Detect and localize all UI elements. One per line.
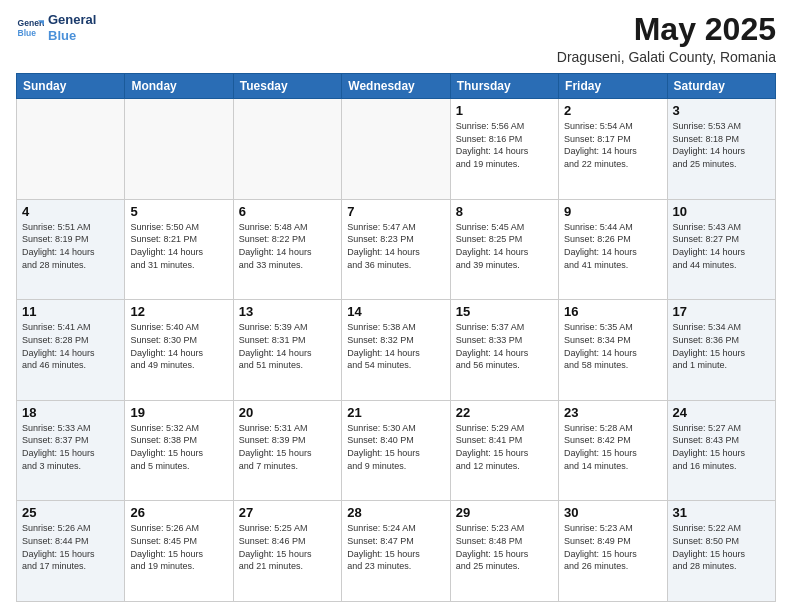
day-info-5: Sunrise: 5:50 AM Sunset: 8:21 PM Dayligh… [130,221,227,271]
day-number-29: 29 [456,505,553,520]
header-monday: Monday [125,74,233,99]
calendar-cell-w4-d0: 18Sunrise: 5:33 AM Sunset: 8:37 PM Dayli… [17,400,125,501]
day-info-8: Sunrise: 5:45 AM Sunset: 8:25 PM Dayligh… [456,221,553,271]
calendar-cell-w1-d3 [342,99,450,200]
day-number-25: 25 [22,505,119,520]
calendar-week-5: 25Sunrise: 5:26 AM Sunset: 8:44 PM Dayli… [17,501,776,602]
header-wednesday: Wednesday [342,74,450,99]
day-info-9: Sunrise: 5:44 AM Sunset: 8:26 PM Dayligh… [564,221,661,271]
calendar-cell-w2-d5: 9Sunrise: 5:44 AM Sunset: 8:26 PM Daylig… [559,199,667,300]
day-info-30: Sunrise: 5:23 AM Sunset: 8:49 PM Dayligh… [564,522,661,572]
day-number-18: 18 [22,405,119,420]
day-info-28: Sunrise: 5:24 AM Sunset: 8:47 PM Dayligh… [347,522,444,572]
day-number-13: 13 [239,304,336,319]
svg-text:Blue: Blue [18,27,37,37]
day-info-10: Sunrise: 5:43 AM Sunset: 8:27 PM Dayligh… [673,221,770,271]
header-tuesday: Tuesday [233,74,341,99]
calendar-cell-w3-d4: 15Sunrise: 5:37 AM Sunset: 8:33 PM Dayli… [450,300,558,401]
calendar-cell-w1-d4: 1Sunrise: 5:56 AM Sunset: 8:16 PM Daylig… [450,99,558,200]
calendar-cell-w2-d4: 8Sunrise: 5:45 AM Sunset: 8:25 PM Daylig… [450,199,558,300]
logo: General Blue General Blue [16,12,96,43]
day-info-31: Sunrise: 5:22 AM Sunset: 8:50 PM Dayligh… [673,522,770,572]
day-number-26: 26 [130,505,227,520]
day-info-4: Sunrise: 5:51 AM Sunset: 8:19 PM Dayligh… [22,221,119,271]
day-info-2: Sunrise: 5:54 AM Sunset: 8:17 PM Dayligh… [564,120,661,170]
calendar-cell-w4-d4: 22Sunrise: 5:29 AM Sunset: 8:41 PM Dayli… [450,400,558,501]
location: Draguseni, Galati County, Romania [557,49,776,65]
day-info-11: Sunrise: 5:41 AM Sunset: 8:28 PM Dayligh… [22,321,119,371]
calendar-cell-w3-d3: 14Sunrise: 5:38 AM Sunset: 8:32 PM Dayli… [342,300,450,401]
day-number-6: 6 [239,204,336,219]
calendar-table: Sunday Monday Tuesday Wednesday Thursday… [16,73,776,602]
day-info-25: Sunrise: 5:26 AM Sunset: 8:44 PM Dayligh… [22,522,119,572]
calendar-cell-w1-d6: 3Sunrise: 5:53 AM Sunset: 8:18 PM Daylig… [667,99,775,200]
calendar-week-1: 1Sunrise: 5:56 AM Sunset: 8:16 PM Daylig… [17,99,776,200]
header-sunday: Sunday [17,74,125,99]
header: General Blue General Blue May 2025 Dragu… [16,12,776,65]
calendar-cell-w5-d2: 27Sunrise: 5:25 AM Sunset: 8:46 PM Dayli… [233,501,341,602]
calendar-cell-w4-d5: 23Sunrise: 5:28 AM Sunset: 8:42 PM Dayli… [559,400,667,501]
day-number-22: 22 [456,405,553,420]
day-info-7: Sunrise: 5:47 AM Sunset: 8:23 PM Dayligh… [347,221,444,271]
day-info-24: Sunrise: 5:27 AM Sunset: 8:43 PM Dayligh… [673,422,770,472]
title-area: May 2025 Draguseni, Galati County, Roman… [557,12,776,65]
day-number-27: 27 [239,505,336,520]
day-info-29: Sunrise: 5:23 AM Sunset: 8:48 PM Dayligh… [456,522,553,572]
day-number-8: 8 [456,204,553,219]
calendar-cell-w3-d1: 12Sunrise: 5:40 AM Sunset: 8:30 PM Dayli… [125,300,233,401]
header-thursday: Thursday [450,74,558,99]
calendar-cell-w4-d6: 24Sunrise: 5:27 AM Sunset: 8:43 PM Dayli… [667,400,775,501]
day-number-23: 23 [564,405,661,420]
header-saturday: Saturday [667,74,775,99]
day-info-14: Sunrise: 5:38 AM Sunset: 8:32 PM Dayligh… [347,321,444,371]
calendar-cell-w2-d6: 10Sunrise: 5:43 AM Sunset: 8:27 PM Dayli… [667,199,775,300]
day-number-17: 17 [673,304,770,319]
day-info-6: Sunrise: 5:48 AM Sunset: 8:22 PM Dayligh… [239,221,336,271]
day-info-15: Sunrise: 5:37 AM Sunset: 8:33 PM Dayligh… [456,321,553,371]
day-info-27: Sunrise: 5:25 AM Sunset: 8:46 PM Dayligh… [239,522,336,572]
day-number-16: 16 [564,304,661,319]
day-number-9: 9 [564,204,661,219]
day-number-31: 31 [673,505,770,520]
calendar-cell-w2-d2: 6Sunrise: 5:48 AM Sunset: 8:22 PM Daylig… [233,199,341,300]
day-info-13: Sunrise: 5:39 AM Sunset: 8:31 PM Dayligh… [239,321,336,371]
calendar-cell-w4-d2: 20Sunrise: 5:31 AM Sunset: 8:39 PM Dayli… [233,400,341,501]
day-info-17: Sunrise: 5:34 AM Sunset: 8:36 PM Dayligh… [673,321,770,371]
day-number-21: 21 [347,405,444,420]
day-number-24: 24 [673,405,770,420]
day-number-15: 15 [456,304,553,319]
month-title: May 2025 [557,12,776,47]
day-info-20: Sunrise: 5:31 AM Sunset: 8:39 PM Dayligh… [239,422,336,472]
calendar-week-4: 18Sunrise: 5:33 AM Sunset: 8:37 PM Dayli… [17,400,776,501]
calendar-cell-w2-d0: 4Sunrise: 5:51 AM Sunset: 8:19 PM Daylig… [17,199,125,300]
calendar-header-row: Sunday Monday Tuesday Wednesday Thursday… [17,74,776,99]
calendar-cell-w5-d1: 26Sunrise: 5:26 AM Sunset: 8:45 PM Dayli… [125,501,233,602]
calendar-week-2: 4Sunrise: 5:51 AM Sunset: 8:19 PM Daylig… [17,199,776,300]
day-info-16: Sunrise: 5:35 AM Sunset: 8:34 PM Dayligh… [564,321,661,371]
calendar-cell-w3-d6: 17Sunrise: 5:34 AM Sunset: 8:36 PM Dayli… [667,300,775,401]
day-number-12: 12 [130,304,227,319]
calendar-cell-w4-d3: 21Sunrise: 5:30 AM Sunset: 8:40 PM Dayli… [342,400,450,501]
calendar-week-3: 11Sunrise: 5:41 AM Sunset: 8:28 PM Dayli… [17,300,776,401]
day-number-5: 5 [130,204,227,219]
svg-text:General: General [18,18,44,28]
calendar-cell-w1-d5: 2Sunrise: 5:54 AM Sunset: 8:17 PM Daylig… [559,99,667,200]
header-friday: Friday [559,74,667,99]
calendar-cell-w1-d0 [17,99,125,200]
calendar-body: 1Sunrise: 5:56 AM Sunset: 8:16 PM Daylig… [17,99,776,602]
calendar-cell-w5-d4: 29Sunrise: 5:23 AM Sunset: 8:48 PM Dayli… [450,501,558,602]
day-info-19: Sunrise: 5:32 AM Sunset: 8:38 PM Dayligh… [130,422,227,472]
day-info-3: Sunrise: 5:53 AM Sunset: 8:18 PM Dayligh… [673,120,770,170]
day-number-2: 2 [564,103,661,118]
day-number-4: 4 [22,204,119,219]
day-number-10: 10 [673,204,770,219]
day-info-23: Sunrise: 5:28 AM Sunset: 8:42 PM Dayligh… [564,422,661,472]
calendar-cell-w5-d6: 31Sunrise: 5:22 AM Sunset: 8:50 PM Dayli… [667,501,775,602]
logo-general: General [48,12,96,28]
calendar-cell-w3-d5: 16Sunrise: 5:35 AM Sunset: 8:34 PM Dayli… [559,300,667,401]
logo-blue: Blue [48,28,96,44]
logo-icon: General Blue [16,14,44,42]
day-info-22: Sunrise: 5:29 AM Sunset: 8:41 PM Dayligh… [456,422,553,472]
day-info-26: Sunrise: 5:26 AM Sunset: 8:45 PM Dayligh… [130,522,227,572]
calendar-cell-w2-d1: 5Sunrise: 5:50 AM Sunset: 8:21 PM Daylig… [125,199,233,300]
